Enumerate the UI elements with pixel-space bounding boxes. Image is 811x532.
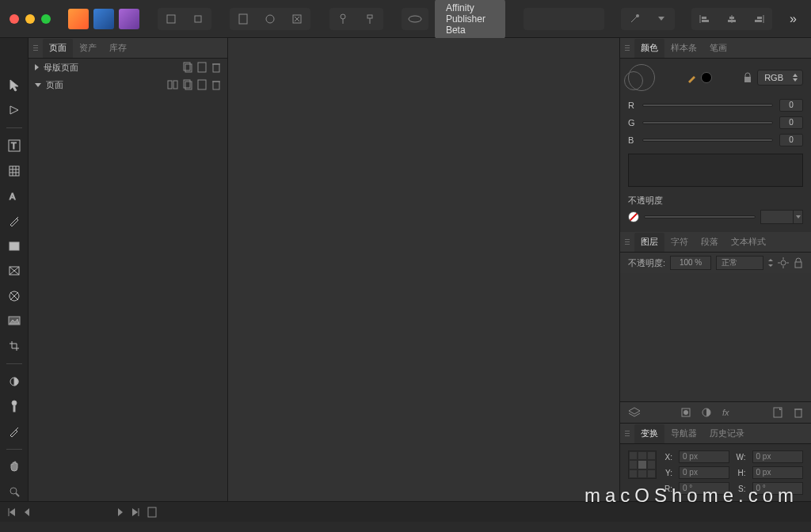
stepper-icon[interactable] (768, 259, 773, 267)
tab-navigator[interactable]: 导航器 (664, 424, 703, 443)
h-field[interactable]: 0 px (752, 466, 803, 479)
blend-mode-select[interactable]: 正常 (716, 256, 763, 270)
photo-persona-icon[interactable] (119, 9, 139, 29)
align-1-icon[interactable] (693, 10, 717, 28)
copy-icon[interactable] (183, 79, 192, 90)
insert-page-icon[interactable] (231, 10, 255, 28)
pin-alt-icon[interactable] (358, 10, 382, 28)
s-field[interactable]: 0 ° (752, 482, 803, 495)
insert-delete-icon[interactable] (285, 10, 309, 28)
move-tool-icon[interactable] (4, 76, 25, 95)
expand-icon[interactable] (35, 64, 39, 70)
layer-opacity-field[interactable]: 100 % (670, 256, 711, 270)
rectangle-tool-icon[interactable] (4, 237, 25, 256)
new-layer-icon[interactable] (773, 407, 782, 418)
no-color-icon[interactable] (628, 211, 639, 222)
current-color-swatch[interactable] (701, 72, 712, 83)
y-field[interactable]: 0 px (679, 466, 729, 479)
transparency-tool-icon[interactable] (4, 397, 25, 416)
gear-icon[interactable] (778, 257, 789, 268)
close-window-button[interactable] (10, 14, 19, 24)
lock-icon[interactable] (794, 257, 803, 268)
node-tool-icon[interactable] (4, 101, 25, 120)
picture-frame-tool-icon[interactable] (4, 261, 25, 280)
arrange-button-2[interactable] (186, 10, 210, 28)
tab-layers[interactable]: 图层 (634, 233, 664, 252)
duplicate-icon[interactable] (197, 79, 207, 90)
panel-grip-icon[interactable] (625, 45, 630, 51)
expand-down-icon[interactable] (35, 83, 41, 87)
last-page-icon[interactable] (131, 507, 139, 517)
lock-icon[interactable] (743, 72, 752, 83)
mask-icon[interactable] (681, 408, 691, 417)
r-value[interactable]: 0 (779, 99, 803, 112)
duplicate-icon[interactable] (197, 62, 207, 73)
panel-grip-icon[interactable] (33, 45, 38, 51)
delete-layer-icon[interactable] (794, 407, 803, 418)
opacity-field[interactable] (760, 210, 803, 224)
first-page-icon[interactable] (8, 507, 16, 517)
trash-icon[interactable] (211, 62, 221, 73)
tab-pages[interactable]: 页面 (43, 39, 73, 58)
ellipse-tool-icon[interactable] (4, 287, 25, 306)
zoom-window-button[interactable] (41, 14, 51, 24)
pages-row[interactable]: 页面 (29, 76, 227, 93)
layers-list[interactable] (620, 273, 811, 401)
preview-icon[interactable] (403, 10, 427, 28)
anchor-grid[interactable] (628, 450, 657, 479)
g-value[interactable]: 0 (779, 116, 803, 129)
artistic-text-tool-icon[interactable]: A (4, 186, 25, 205)
pen-tool-icon[interactable] (4, 211, 25, 230)
x-field[interactable]: 0 px (679, 450, 729, 463)
canvas-area[interactable] (228, 38, 619, 501)
page-icon[interactable] (147, 507, 157, 518)
tab-history[interactable]: 历史记录 (703, 424, 751, 443)
snap-btn-2[interactable] (552, 10, 576, 28)
zoom-tool-icon[interactable] (4, 482, 25, 501)
text-frame-tool-icon[interactable]: T (4, 136, 25, 155)
insert-circle-icon[interactable] (258, 10, 282, 28)
tab-transform[interactable]: 变换 (634, 424, 664, 443)
designer-persona-icon[interactable] (93, 9, 114, 29)
color-picker-tool-icon[interactable] (4, 422, 25, 441)
tool-opt-dd[interactable] (649, 10, 673, 28)
prev-page-icon[interactable] (24, 507, 30, 517)
stroke-fill-selector[interactable] (628, 64, 655, 91)
color-mode-select[interactable]: RGB (757, 70, 803, 86)
place-image-tool-icon[interactable] (4, 312, 25, 331)
tool-opt-icon[interactable] (623, 10, 646, 28)
opacity-slider[interactable] (644, 215, 756, 218)
layers-stack-icon[interactable] (628, 407, 641, 418)
fill-tool-icon[interactable] (4, 372, 25, 391)
r-slider[interactable] (642, 104, 773, 107)
align-2-icon[interactable] (720, 10, 744, 28)
eyedropper-icon[interactable] (687, 72, 698, 83)
table-tool-icon[interactable] (4, 162, 25, 180)
snap-btn-3[interactable] (579, 10, 603, 28)
overflow-icon[interactable]: » (785, 12, 801, 26)
publisher-persona-icon[interactable] (68, 9, 89, 29)
tab-paragraph[interactable]: 段落 (695, 233, 725, 252)
r-field[interactable]: 0 ° (679, 482, 729, 495)
tab-color[interactable]: 颜色 (634, 39, 664, 58)
fx-icon[interactable]: fx (722, 408, 733, 417)
pin-icon[interactable] (331, 10, 355, 28)
adjustment-icon[interactable] (702, 408, 711, 417)
tab-swatches[interactable]: 样本条 (664, 39, 703, 58)
master-pages-row[interactable]: 母版页面 (29, 59, 227, 76)
hand-tool-icon[interactable] (4, 458, 25, 477)
spread-icon[interactable] (167, 79, 178, 90)
snap-btn-1[interactable] (525, 10, 549, 28)
tab-text-styles[interactable]: 文本样式 (725, 233, 772, 252)
b-value[interactable]: 0 (779, 134, 803, 146)
tab-character[interactable]: 字符 (664, 233, 695, 252)
trash-icon[interactable] (211, 79, 221, 90)
panel-grip-icon[interactable] (625, 431, 630, 436)
w-field[interactable]: 0 px (752, 450, 803, 463)
b-slider[interactable] (642, 139, 773, 142)
align-3-icon[interactable] (747, 10, 771, 28)
g-slider[interactable] (642, 121, 773, 124)
next-page-icon[interactable] (117, 507, 124, 517)
tab-stroke[interactable]: 笔画 (703, 39, 733, 58)
tab-assets[interactable]: 资产 (73, 39, 103, 58)
